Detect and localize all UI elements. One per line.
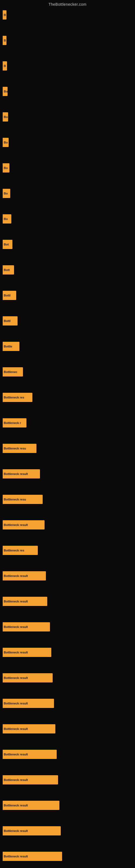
bar-34: Bottleneck result (3, 852, 62, 861)
site-title: TheBottlenecker.com (0, 0, 135, 8)
bar-label-13: Bottl (4, 319, 10, 322)
bar-label-15: Bottlenec (4, 370, 17, 373)
bar-27: Bottleneck result (3, 673, 53, 682)
bar-row-11: Bott (3, 265, 132, 275)
bar-row-29: Bottleneck result (3, 724, 132, 734)
bar-32: Bottleneck result (3, 801, 59, 810)
bar-24: Bottleneck result (3, 597, 47, 606)
bar-25: Bottleneck result (3, 622, 50, 631)
bar-5: Bo (3, 112, 8, 122)
bar-row-20: Bottleneck resu (3, 495, 132, 504)
bar-row-32: Bottleneck result (3, 801, 132, 810)
bar-label-23: Bottleneck result (4, 574, 28, 578)
bar-label-19: Bottleneck result (4, 472, 28, 475)
site-title-text: TheBottlenecker.com (48, 2, 86, 6)
bar-row-16: Bottleneck res (3, 393, 132, 402)
bar-row-24: Bottleneck result (3, 597, 132, 606)
bar-26: Bottleneck result (3, 648, 51, 657)
bar-row-28: Bottleneck result (3, 699, 132, 708)
bar-label-28: Bottleneck result (4, 702, 28, 705)
bar-label-25: Bottleneck result (4, 625, 28, 628)
bar-row-22: Bottleneck res (3, 546, 132, 555)
bar-label-18: Bottleneck resu (4, 447, 26, 450)
bar-row-30: Bottleneck result (3, 750, 132, 759)
bar-row-3: B (3, 61, 132, 70)
bar-15: Bottlenec (3, 367, 23, 376)
bar-23: Bottleneck result (3, 571, 46, 581)
bar-label-7: Bo (4, 166, 8, 169)
bar-label-6: Bo (4, 141, 8, 144)
bar-row-7: Bo (3, 163, 132, 173)
bar-33: Bottleneck result (3, 826, 61, 835)
bar-label-3: B (4, 64, 6, 67)
bar-label-8: Bo (4, 192, 8, 195)
bar-row-27: Bottleneck result (3, 673, 132, 682)
bar-row-1: B (3, 10, 132, 20)
bar-row-9: Bo (3, 214, 132, 223)
bar-row-21: Bottleneck result (3, 520, 132, 529)
bar-13: Bottl (3, 316, 17, 326)
bar-19: Bottleneck result (3, 469, 40, 478)
bar-11: Bott (3, 265, 14, 275)
bar-label-20: Bottleneck resu (4, 498, 26, 501)
bar-8: Bo (3, 189, 10, 198)
bar-30: Bottleneck result (3, 750, 57, 759)
bar-6: Bo (3, 138, 9, 147)
bar-label-9: Bo (4, 217, 8, 220)
bar-row-13: Bottl (3, 316, 132, 326)
bar-label-33: Bottleneck result (4, 829, 28, 833)
bar-14: Bottle (3, 342, 19, 351)
bar-12: Bottl (3, 291, 16, 300)
bar-20: Bottleneck resu (3, 495, 43, 504)
bar-label-30: Bottleneck result (4, 753, 28, 756)
bar-16: Bottleneck res (3, 393, 32, 402)
bar-row-17: Bottleneck r (3, 418, 132, 428)
bar-row-5: Bo (3, 112, 132, 122)
bar-label-29: Bottleneck result (4, 727, 28, 731)
bar-3: B (3, 61, 7, 70)
bar-row-33: Bottleneck result (3, 826, 132, 835)
bar-row-10: Bot (3, 240, 132, 249)
bar-label-32: Bottleneck result (4, 804, 28, 807)
bar-29: Bottleneck result (3, 724, 55, 734)
bars-container: BBBBoBoBoBoBoBoBotBottBottlBottlBottleBo… (0, 8, 135, 868)
bar-row-31: Bottleneck result (3, 775, 132, 784)
bar-row-15: Bottlenec (3, 367, 132, 376)
bar-label-24: Bottleneck result (4, 600, 28, 603)
bar-label-17: Bottleneck r (4, 421, 21, 425)
bar-label-12: Bottl (4, 294, 10, 297)
bar-17: Bottleneck r (3, 418, 27, 428)
bar-label-2: B (4, 39, 6, 42)
bar-row-18: Bottleneck resu (3, 444, 132, 453)
bar-18: Bottleneck resu (3, 444, 37, 453)
bar-row-19: Bottleneck result (3, 469, 132, 478)
bar-4: Bo (3, 87, 8, 96)
bar-row-34: Bottleneck result (3, 852, 132, 861)
bar-row-2: B (3, 36, 132, 45)
bar-1: B (3, 10, 6, 20)
bar-row-23: Bottleneck result (3, 571, 132, 581)
bar-10: Bot (3, 240, 12, 249)
bar-label-5: Bo (4, 115, 8, 119)
bar-21: Bottleneck result (3, 520, 45, 529)
bar-row-8: Bo (3, 189, 132, 198)
bar-row-14: Bottle (3, 342, 132, 351)
bar-row-4: Bo (3, 87, 132, 96)
bar-28: Bottleneck result (3, 699, 54, 708)
bar-2: B (3, 36, 6, 45)
bar-row-26: Bottleneck result (3, 648, 132, 657)
bar-row-25: Bottleneck result (3, 622, 132, 631)
bar-label-31: Bottleneck result (4, 778, 28, 781)
bar-label-1: B (4, 13, 6, 17)
bar-label-22: Bottleneck res (4, 549, 24, 552)
bar-9: Bo (3, 214, 11, 223)
bar-7: Bo (3, 163, 9, 173)
bar-label-34: Bottleneck result (4, 855, 28, 858)
bar-label-11: Bott (4, 268, 10, 272)
bar-label-16: Bottleneck res (4, 396, 24, 399)
bar-label-27: Bottleneck result (4, 676, 28, 680)
bar-label-21: Bottleneck result (4, 523, 28, 527)
bar-label-26: Bottleneck result (4, 651, 28, 654)
bar-label-4: Bo (4, 90, 8, 93)
bar-row-6: Bo (3, 138, 132, 147)
